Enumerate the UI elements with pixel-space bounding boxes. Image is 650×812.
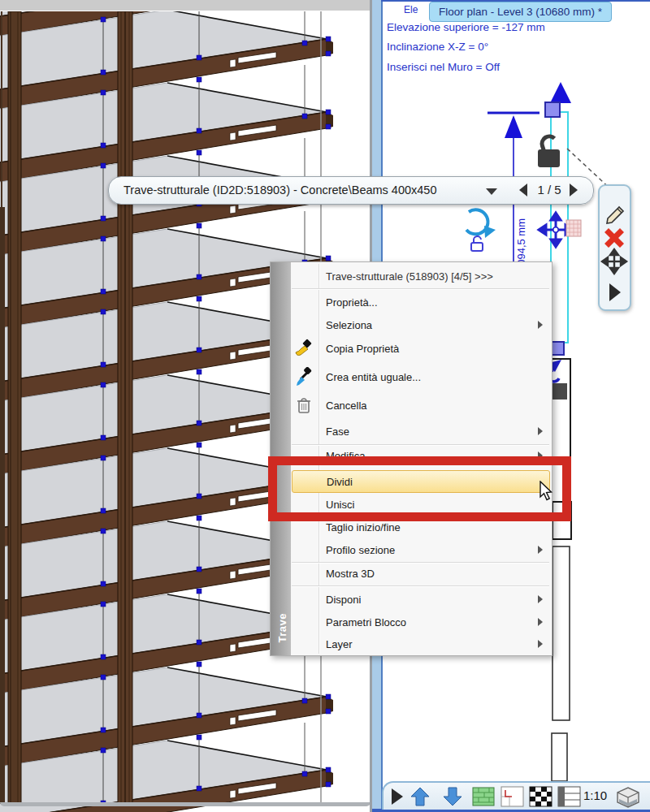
submenu-arrow-icon (538, 595, 543, 603)
menu-item-cancella[interactable]: Cancella (292, 395, 550, 416)
delete-x-icon[interactable] (604, 228, 624, 248)
eyedropper-icon (294, 367, 314, 387)
trash-icon (294, 395, 314, 415)
menu-header: Trave-strutturale (518903) [4/5] >>> (292, 266, 550, 287)
move-icon[interactable] (602, 249, 626, 274)
endpoint-handle[interactable] (545, 102, 560, 117)
entity-counter: 1 / 5 (530, 177, 569, 203)
brush-icon (294, 339, 314, 358)
plan-beam-outline[interactable] (550, 359, 570, 457)
next-entity-button[interactable] (570, 184, 578, 197)
checker-pattern-icon[interactable] (530, 787, 552, 806)
menu-item-layer[interactable]: Layer (292, 633, 550, 654)
floorplan-icon[interactable] (501, 787, 523, 806)
readout-line: Inclinazione X-Z = 0° (387, 41, 488, 53)
selected-entity-label: Trave-strutturale (ID2D:518903) - Concre… (124, 177, 437, 203)
rotate-icon[interactable] (466, 209, 496, 251)
layers-list-icon[interactable] (558, 787, 580, 806)
app-window: 1094,5 mm (0, 0, 650, 812)
arrow-up-icon[interactable] (411, 788, 429, 806)
plan-beam-outline[interactable] (552, 733, 567, 781)
scale-indicator[interactable]: 1:10 (583, 788, 607, 802)
view-bottom-toolbar[interactable]: 1:10 (382, 781, 650, 810)
submenu-arrow-icon (538, 427, 543, 435)
edit-pencil-icon[interactable] (607, 207, 623, 223)
readout-line: Elevazione superiore = -127 mm (387, 21, 545, 33)
more-tools-icon[interactable] (609, 283, 621, 301)
menu-item-crea-entita-uguale[interactable]: Crea entità uguale... (292, 366, 550, 387)
menu-item-parametri-blocco[interactable]: Parametri Blocco (292, 611, 550, 633)
menu-item-profilo-sezione[interactable]: Profilo sezione (292, 539, 550, 560)
axonometry-icon[interactable] (618, 788, 639, 807)
plan-beam-outline[interactable] (552, 546, 570, 720)
submenu-arrow-icon (538, 640, 543, 648)
hatch-handle[interactable] (566, 220, 581, 236)
menu-item-disponi[interactable]: Disponi (292, 589, 550, 610)
play-icon[interactable] (392, 788, 403, 805)
mouse-cursor (539, 481, 560, 503)
arrow-down-icon[interactable] (444, 788, 462, 806)
chevron-down-icon[interactable] (486, 188, 497, 195)
view-title-tooltip: Floor plan - Level 3 (10680 mm) * (429, 2, 612, 22)
menu-item-mostra-3d[interactable]: Mostra 3D (292, 563, 550, 584)
wall-pattern-icon[interactable] (473, 788, 494, 806)
submenu-arrow-icon (538, 321, 543, 329)
menu-category-label: Trave (276, 594, 288, 643)
menu-item-fase[interactable]: Fase (292, 421, 550, 442)
submenu-arrow-icon (538, 618, 543, 626)
unlocked-padlock-icon[interactable] (538, 135, 560, 167)
prev-entity-button[interactable] (519, 184, 527, 197)
readout-line: Inserisci nel Muro = Off (387, 61, 500, 73)
annotation-highlight-box (268, 456, 571, 521)
menu-item-seleziona[interactable]: Seleziona (292, 314, 550, 335)
selection-info-bar[interactable]: Trave-strutturale (ID2D:518903) - Concre… (108, 176, 594, 205)
menu-item-proprieta[interactable]: Proprietà... (292, 292, 550, 313)
menu-item-copia-proprieta[interactable]: Copia Proprietà (292, 338, 550, 359)
stretch-arrow-handle[interactable] (550, 82, 571, 103)
dimension-arrowhead (505, 115, 522, 138)
entity-toolbar[interactable] (598, 184, 631, 311)
submenu-arrow-icon (538, 546, 543, 554)
